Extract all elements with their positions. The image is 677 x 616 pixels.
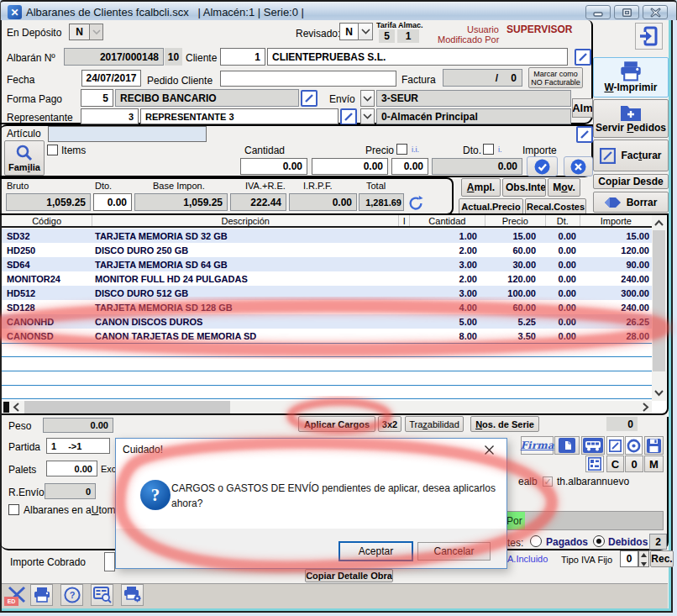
obs-inter-button[interactable]: Obs.Inter [502, 178, 546, 197]
configurar-impresion-button[interactable] [121, 584, 144, 606]
exit-button[interactable] [635, 23, 663, 50]
layout-button[interactable] [585, 455, 604, 472]
ver-button[interactable] [625, 436, 643, 455]
revisado-value[interactable]: N [339, 23, 359, 40]
grid-row[interactable]: HD512DISCO DURO 512 GB3.00100.000.00300.… [2, 286, 652, 301]
title-bar[interactable]: ✕ Albaranes de Clientes fcalbcli.scx | A… [0, 0, 677, 20]
alm-button[interactable]: Alm [572, 98, 593, 118]
fecha-field[interactable]: 24/07/2017 [81, 70, 141, 87]
cliente-name-field[interactable]: CLIENTEPRUEBAS S.L. [267, 48, 568, 66]
grid-header-importe[interactable]: Importe [580, 215, 652, 226]
representante-code-field[interactable]: 3 [81, 108, 139, 124]
cancel-line-button[interactable] [564, 156, 593, 176]
ayuda-button[interactable]: ? [60, 584, 83, 606]
grid-header-cantidad[interactable]: Cantidad [410, 215, 485, 226]
grid-header-codigo[interactable]: Código [2, 215, 92, 226]
copiar-detalle-obra-button[interactable]: Copiar Detalle Obra [305, 569, 393, 582]
ampl-button[interactable]: Ampl. [461, 178, 501, 197]
m-button[interactable]: M [644, 455, 664, 472]
pagados-radio[interactable] [530, 535, 542, 547]
facturar-button[interactable]: Facturar [593, 140, 669, 171]
imprimir-toolbar-button[interactable] [30, 584, 53, 606]
marcar-no-facturable-button[interactable]: Marcar comoNO Facturable [528, 67, 583, 88]
guardar-button[interactable] [644, 436, 664, 455]
maximize-button[interactable] [614, 5, 639, 19]
recal-costes-button[interactable]: Recal.Costes [525, 198, 586, 215]
tipo-iva-value[interactable]: 0 [620, 550, 638, 567]
nos-de-serie-button[interactable]: Nos. de Serie [470, 416, 539, 432]
dto-field[interactable]: 0.00 [391, 158, 428, 175]
trazabilidad-button[interactable]: Trazabilidad [405, 416, 464, 432]
buscar-formulario-button[interactable] [91, 584, 113, 606]
3x2-button[interactable]: 3x2 [378, 416, 401, 432]
grid-row[interactable]: HD250DISCO DURO 250 GB2.0060.000.00120.0… [2, 243, 652, 258]
horizontal-scrollbar-thumb[interactable] [24, 401, 230, 413]
pedido-cliente-field[interactable] [220, 71, 396, 87]
dialog-close-icon[interactable] [484, 445, 495, 455]
grid-header-precio[interactable]: Precio [485, 215, 546, 226]
almacen-dropdown[interactable] [360, 108, 375, 124]
cerrar-edicion-button[interactable]: ED [7, 586, 27, 604]
familia-button[interactable]: Familia [4, 140, 45, 176]
scroll-down-icon[interactable] [652, 387, 666, 400]
articulo-input[interactable] [48, 126, 207, 142]
forma-pago-code-field[interactable]: 5 [81, 89, 113, 107]
cancelar-button[interactable]: Cancelar [417, 542, 491, 561]
grid-vertical-scrollbar[interactable] [652, 215, 666, 401]
articulo-edit-button[interactable] [576, 126, 593, 143]
grid-header-i[interactable]: I [399, 215, 410, 226]
scroll-right-icon[interactable] [638, 401, 652, 413]
envio-dropdown[interactable] [360, 90, 375, 107]
scroll-left-icon[interactable] [10, 401, 24, 413]
palets-field[interactable]: 0.00 [46, 461, 97, 476]
th-albarannuevo-checkbox[interactable]: ✓ [543, 476, 553, 487]
grid-horizontal-scrollbar[interactable] [3, 401, 652, 413]
cantidad-field[interactable]: 0.00 [240, 158, 307, 175]
grid-row[interactable]: CANONHDCANON DISCOS DUROS5.005.250.0026.… [2, 314, 652, 329]
en-deposito-value[interactable]: N [69, 24, 90, 40]
dto-i-checkbox[interactable] [483, 144, 494, 155]
items-checkbox[interactable] [47, 145, 58, 155]
c-button[interactable]: C [606, 455, 624, 472]
firma-button[interactable]: Firma [521, 436, 554, 455]
en-deposito-dropdown[interactable] [89, 24, 103, 40]
tipo-iva-spinner[interactable] [638, 550, 649, 567]
partida-field[interactable]: 1->1 [46, 438, 110, 454]
mov-button[interactable]: Mov. [548, 178, 580, 197]
albaranes-automatico-checkbox[interactable] [8, 504, 19, 515]
cliente-edit-button[interactable] [575, 49, 591, 66]
copiar-desde-button[interactable]: Copiar Desde [593, 174, 669, 189]
editar-button[interactable] [606, 436, 624, 455]
w-imprimir-button[interactable]: W-Imprimir [593, 57, 669, 97]
representante-edit-button[interactable] [340, 108, 357, 125]
forma-pago-edit-button[interactable] [301, 90, 318, 107]
aplicar-cargos-button[interactable]: Aplicar Cargos [298, 416, 375, 432]
grid-header-dt[interactable]: Dt. [546, 215, 580, 226]
grid-row[interactable]: CANONSDCANON TARJETAS DE MEMORIA SD8.003… [2, 329, 652, 344]
confirm-line-button[interactable] [527, 156, 558, 176]
actual-precio-button[interactable]: Actual.Precio [459, 198, 523, 215]
revisado-dropdown[interactable] [358, 23, 373, 40]
minimize-button[interactable] [585, 5, 611, 19]
grid-row[interactable]: SD32TARJETA MEMORIA SD 32 GB1.0015.000.0… [2, 229, 652, 244]
grid-row[interactable]: SD128TARJETA MEMORIA SD 128 GB4.0060.000… [2, 300, 652, 315]
grid-row[interactable]: SD64TARJETA MEMORIA SD 64 GB3.0030.000.0… [2, 257, 652, 272]
scroll-up-icon[interactable] [652, 217, 666, 230]
grid-header-descripcion[interactable]: Descripción [92, 215, 399, 226]
cliente-code-field[interactable]: 1 [220, 48, 265, 66]
transporte-button[interactable] [581, 436, 605, 455]
debidos-radio[interactable] [593, 535, 605, 547]
precio-ii-checkbox[interactable] [396, 144, 407, 155]
rec-button[interactable]: Rec. [650, 550, 674, 567]
documento-button[interactable] [554, 436, 580, 455]
dto-total-field[interactable]: 0.00 [93, 193, 132, 211]
borrar-button[interactable]: Borrar [593, 192, 669, 213]
servir-pedidos-button[interactable]: Servir Pedidos [593, 99, 669, 138]
close-button[interactable] [643, 5, 668, 19]
precio-field[interactable]: 0.00 [312, 158, 388, 175]
refresh-total-button[interactable] [406, 194, 426, 213]
vertical-scrollbar-thumb[interactable] [653, 230, 665, 371]
importe-cobrado-field[interactable] [104, 552, 115, 571]
representante-name-field[interactable]: REPRESENTANTE 3 [140, 108, 338, 124]
grid-row[interactable]: MONITOR24MONITOR FULL HD 24 PULGADAS2.00… [2, 271, 652, 287]
